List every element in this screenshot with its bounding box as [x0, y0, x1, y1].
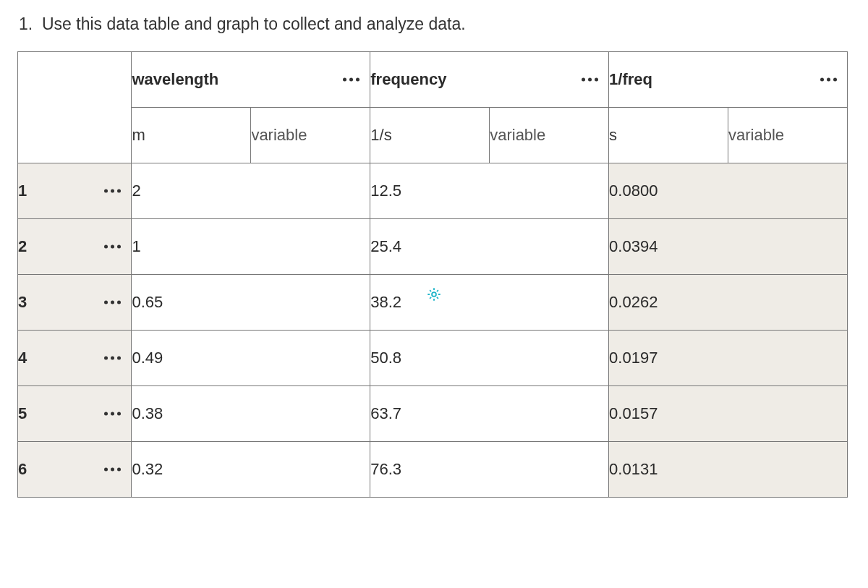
instruction-text: 1. Use this data table and graph to coll…: [19, 14, 851, 34]
ellipsis-icon[interactable]: [104, 301, 121, 304]
cell-wavelength[interactable]: 0.49: [132, 331, 370, 386]
cell-wavelength[interactable]: 1: [132, 219, 370, 275]
ellipsis-icon[interactable]: [104, 357, 121, 360]
table-row: 50.3863.70.0157: [18, 386, 848, 442]
cell-frequency[interactable]: 63.7: [370, 386, 609, 442]
svg-point-0: [432, 292, 436, 297]
row-index-label: 6: [18, 460, 27, 478]
gear-icon[interactable]: [426, 286, 442, 302]
column-header-frequency[interactable]: frequency: [370, 52, 609, 108]
table-row: 2125.40.0394: [18, 219, 848, 275]
row-index-label: 1: [18, 182, 27, 200]
table-row: 30.6538.20.0262: [18, 275, 848, 331]
unit-cell-frequency[interactable]: 1/s: [370, 108, 490, 163]
ellipsis-icon[interactable]: [343, 78, 359, 82]
cell-wavelength[interactable]: 0.32: [132, 442, 370, 498]
table-row: 40.4950.80.0197: [18, 331, 848, 386]
unit-cell-wavelength[interactable]: m: [132, 108, 251, 163]
cell-invfreq[interactable]: 0.0131: [609, 442, 848, 498]
cell-wavelength[interactable]: 0.38: [132, 386, 370, 442]
ellipsis-icon[interactable]: [820, 78, 837, 82]
row-index-label: 4: [18, 349, 27, 367]
row-index-cell[interactable]: 6: [18, 442, 132, 498]
ellipsis-icon[interactable]: [582, 78, 598, 82]
unit-cell-invfreq[interactable]: s: [609, 108, 728, 163]
cell-invfreq[interactable]: 0.0262: [609, 275, 848, 331]
ellipsis-icon[interactable]: [104, 412, 121, 416]
cell-wavelength[interactable]: 2: [132, 163, 370, 219]
ellipsis-icon[interactable]: [104, 189, 121, 193]
instruction-number: 1.: [19, 14, 33, 33]
cell-invfreq[interactable]: 0.0157: [609, 386, 848, 442]
row-index-cell[interactable]: 3: [18, 275, 132, 331]
column-header-label: wavelength: [132, 70, 218, 88]
ellipsis-icon[interactable]: [104, 468, 121, 472]
table-row: 60.3276.30.0131: [18, 442, 848, 498]
row-index-cell[interactable]: 1: [18, 163, 132, 219]
cell-frequency[interactable]: 12.5: [370, 163, 609, 219]
data-table: wavelength frequency 1/freq m variable 1…: [17, 51, 848, 498]
cell-invfreq[interactable]: 0.0197: [609, 331, 848, 386]
cell-frequency[interactable]: 38.2: [370, 275, 609, 331]
row-index-label: 3: [18, 293, 27, 311]
cell-frequency[interactable]: 25.4: [370, 219, 609, 275]
vartype-cell-frequency[interactable]: variable: [490, 108, 609, 163]
cell-invfreq[interactable]: 0.0800: [609, 163, 848, 219]
row-index-label: 5: [18, 404, 27, 422]
cell-wavelength[interactable]: 0.65: [132, 275, 370, 331]
row-index-label: 2: [18, 237, 27, 255]
instruction-body: Use this data table and graph to collect…: [42, 14, 466, 33]
cell-frequency[interactable]: 76.3: [370, 442, 609, 498]
cell-invfreq[interactable]: 0.0394: [609, 219, 848, 275]
row-index-cell[interactable]: 4: [18, 331, 132, 386]
ellipsis-icon[interactable]: [104, 245, 121, 249]
column-header-invfreq[interactable]: 1/freq: [609, 52, 848, 108]
column-header-wavelength[interactable]: wavelength: [132, 52, 370, 108]
table-row: 1212.50.0800: [18, 163, 848, 219]
column-header-label: frequency: [370, 70, 446, 88]
table-settings-cell[interactable]: [18, 52, 132, 163]
table-body: 1212.50.08002125.40.039430.6538.20.02624…: [18, 163, 848, 498]
column-header-label: 1/freq: [609, 70, 652, 88]
row-index-cell[interactable]: 5: [18, 386, 132, 442]
vartype-cell-invfreq[interactable]: variable: [728, 108, 848, 163]
vartype-cell-wavelength[interactable]: variable: [251, 108, 370, 163]
row-index-cell[interactable]: 2: [18, 219, 132, 275]
cell-frequency[interactable]: 50.8: [370, 331, 609, 386]
